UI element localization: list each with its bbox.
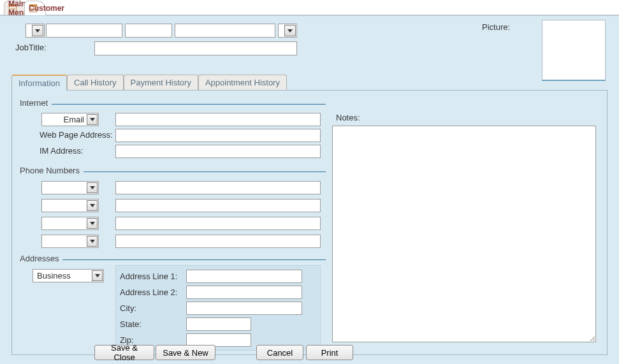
webpage-input[interactable]: [115, 129, 321, 142]
middle-name-input[interactable]: [125, 24, 172, 38]
address-panel: Address Line 1: Address Line 2: City: St…: [115, 265, 321, 351]
button-label: Save & Close: [100, 343, 149, 362]
jobtitle-label: JobTitle:: [15, 43, 47, 52]
group-heading: Internet: [20, 98, 52, 108]
email-input[interactable]: [115, 113, 321, 126]
address-row-line2: Address Line 2:: [120, 284, 316, 300]
address-row-city: City:: [120, 300, 316, 316]
address-state-label: State:: [120, 319, 186, 329]
tab-label: Call History: [74, 78, 116, 87]
button-label: Cancel: [267, 348, 293, 358]
address-row-line1: Address Line 1:: [120, 268, 316, 284]
dropdown-icon[interactable]: [87, 114, 98, 125]
combo-value: Email: [63, 115, 84, 124]
window-tab-label: Customer: [29, 4, 64, 13]
group-addresses: Addresses: [20, 254, 326, 263]
group-heading: Addresses: [20, 254, 62, 263]
detail-tab-strip: Information Call History Payment History…: [11, 73, 609, 90]
save-close-button[interactable]: Save & Close: [94, 345, 154, 360]
im-input[interactable]: [115, 145, 321, 158]
tab-label: Information: [18, 78, 60, 88]
address-line1-input[interactable]: [186, 270, 302, 283]
name-prefix-combo[interactable]: [25, 24, 45, 38]
phone-type-combo-1[interactable]: [41, 181, 99, 194]
phone-type-combo-4[interactable]: [41, 235, 99, 248]
address-city-label: City:: [120, 303, 186, 313]
notes-textarea[interactable]: [332, 126, 596, 342]
phone-type-combo-3[interactable]: [41, 217, 99, 230]
group-internet: Internet: [20, 98, 326, 108]
cancel-button[interactable]: Cancel: [256, 345, 303, 360]
email-type-combo[interactable]: Email: [41, 113, 99, 126]
im-label: IM Address:: [40, 146, 84, 156]
tab-payment-history[interactable]: Payment History: [124, 75, 198, 90]
dropdown-icon[interactable]: [87, 218, 98, 229]
group-phone: Phone Numbers: [20, 166, 326, 175]
address-line2-label: Address Line 2:: [120, 288, 186, 297]
phone-input-4[interactable]: [115, 235, 321, 248]
picture-label: Picture:: [482, 22, 510, 32]
last-name-input[interactable]: [175, 24, 275, 38]
phone-type-combo-2[interactable]: [41, 199, 99, 212]
address-city-input[interactable]: [186, 302, 302, 315]
group-heading: Phone Numbers: [20, 166, 84, 175]
first-name-input[interactable]: [46, 24, 122, 38]
dropdown-icon[interactable]: [87, 200, 98, 211]
button-label: Print: [321, 348, 339, 358]
dropdown-icon[interactable]: [87, 182, 98, 193]
tab-label: Payment History: [131, 78, 191, 87]
address-type-combo[interactable]: Business: [33, 269, 104, 282]
tab-appointment-history[interactable]: Appointment History: [198, 75, 287, 90]
button-label: Save & New: [163, 348, 208, 358]
dropdown-icon[interactable]: [284, 25, 296, 36]
address-row-state: State:: [120, 316, 316, 332]
tab-call-history[interactable]: Call History: [67, 75, 123, 90]
dropdown-icon[interactable]: [92, 270, 103, 281]
address-line2-input[interactable]: [186, 286, 302, 299]
tab-body-information: Internet Email Web Page Address: IM Addr…: [11, 90, 608, 355]
detail-tab-control: Information Call History Payment History…: [11, 73, 609, 355]
combo-value: Business: [37, 271, 71, 280]
phone-input-3[interactable]: [115, 217, 321, 230]
window-tab-customer[interactable]: Customer: [24, 1, 46, 15]
save-new-button[interactable]: Save & New: [156, 345, 215, 360]
address-line1-label: Address Line 1:: [120, 272, 186, 281]
dropdown-icon[interactable]: [87, 236, 98, 247]
jobtitle-input[interactable]: [94, 41, 297, 55]
address-state-input[interactable]: [186, 317, 251, 331]
print-button[interactable]: Print: [306, 345, 353, 360]
phone-input-2[interactable]: [115, 199, 321, 212]
dropdown-icon[interactable]: [32, 25, 43, 36]
phone-input-1[interactable]: [115, 181, 321, 194]
window-tab-main-menu[interactable]: Main Menu: [4, 1, 25, 15]
notes-label: Notes:: [336, 113, 360, 122]
picture-box[interactable]: [542, 20, 606, 81]
tab-label: Appointment History: [205, 78, 280, 87]
customer-form: JobTitle: Picture: Information Call Hist…: [0, 15, 619, 364]
name-suffix-combo[interactable]: [278, 24, 297, 38]
webpage-label: Web Page Address:: [40, 130, 113, 140]
tab-information[interactable]: Information: [11, 75, 67, 90]
window-tab-strip: Main Menu Customer: [0, 0, 619, 15]
